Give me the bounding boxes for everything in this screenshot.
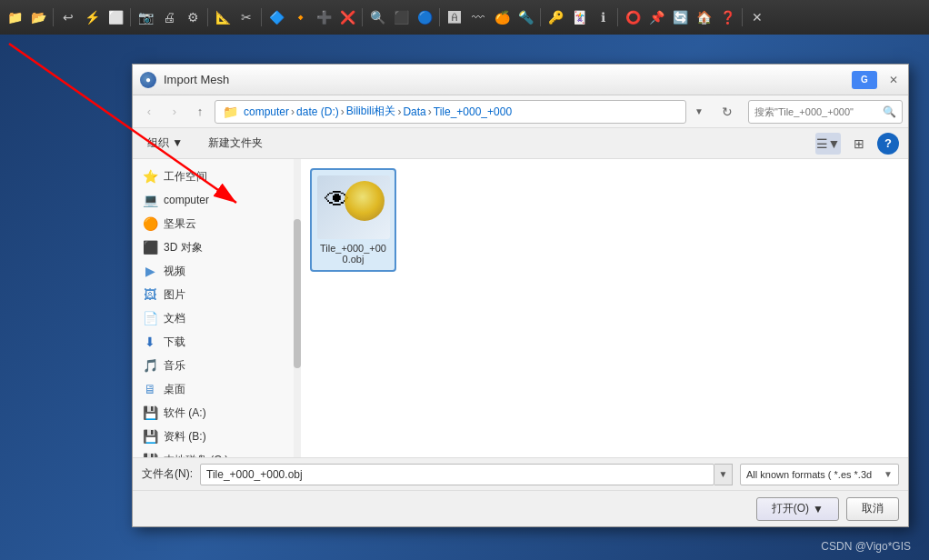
toolbar-icon-8[interactable]: ⚙ <box>182 6 204 28</box>
sidebar-item-document[interactable]: 📄 文档 <box>133 306 300 330</box>
sidebar-item-workspace[interactable]: ⭐ 工作空间 <box>133 165 300 188</box>
cancel-button[interactable]: 取消 <box>846 497 899 521</box>
search-input[interactable] <box>754 106 879 117</box>
view-grid-button[interactable]: ⊞ <box>846 133 872 155</box>
toolbar-icon-28[interactable]: 🏠 <box>693 6 714 28</box>
drive-b-icon: 💾 <box>142 428 158 445</box>
file-area[interactable]: 👁 Tile_+000_+000.obj <box>301 159 908 457</box>
sidebar-wrapper: ⭐ 工作空间 💻 computer 🟠 坚果云 ⬛ 3D 对象 ▶ <box>133 159 301 457</box>
toolbar-icon-10[interactable]: ✂ <box>235 6 257 28</box>
drive-c-label: 本地磁盘 (C:) <box>164 453 228 458</box>
filename-label: 文件名(N): <box>142 466 193 482</box>
path-segment-date[interactable]: date (D:) <box>296 105 339 118</box>
toolbar-icon-14[interactable]: ❌ <box>336 6 358 28</box>
toolbar-icon-6[interactable]: 📷 <box>135 6 156 28</box>
button-bar: 打开(O) ▼ 取消 <box>133 490 908 526</box>
toolbar-icon-5[interactable]: ⬜ <box>105 6 126 28</box>
sidebar-scrollbar-thumb[interactable] <box>294 219 301 368</box>
dialog-title-controls: G ✕ <box>852 71 901 89</box>
path-segment-computer[interactable]: computer <box>244 105 289 118</box>
toolbar-icon-23[interactable]: 🃏 <box>568 6 590 28</box>
view-list-button[interactable]: ☰▼ <box>815 133 841 155</box>
watermark-text: CSDN @Vigo*GIS <box>821 540 911 553</box>
download-label: 下载 <box>164 335 185 350</box>
toolbar-icon-2[interactable]: 📂 <box>27 6 49 28</box>
sidebar-scrollbar[interactable] <box>294 159 301 457</box>
cloud-icon: 🟠 <box>142 215 158 232</box>
search-box[interactable]: 🔍 <box>748 100 903 124</box>
toolbar-icon-7[interactable]: 🖨 <box>158 6 180 28</box>
sidebar-item-3d[interactable]: ⬛ 3D 对象 <box>133 235 300 259</box>
toolbar-icon-11[interactable]: 🔷 <box>265 6 287 28</box>
toolbar-separator-1 <box>53 8 54 26</box>
path-segment-tile[interactable]: Tile_+000_+000 <box>434 105 512 118</box>
dialog-title: Import Mesh <box>164 73 852 86</box>
toolbar-icon-27[interactable]: 🔄 <box>669 6 691 28</box>
sidebar-item-music[interactable]: 🎵 音乐 <box>133 354 300 377</box>
toolbar-icon-4[interactable]: ⚡ <box>81 6 103 28</box>
sidebar-item-desktop[interactable]: 🖥 桌面 <box>133 377 300 401</box>
nav-forward-button[interactable]: › <box>164 101 185 123</box>
toolbar-icon-30[interactable]: ✕ <box>746 6 768 28</box>
file-thumbnail: 👁 <box>317 175 390 239</box>
file-item-obj[interactable]: 👁 Tile_+000_+000.obj <box>310 168 396 272</box>
toolbar: 📁 📂 ↩ ⚡ ⬜ 📷 🖨 ⚙ 📐 ✂ 🔷 🔸 ➕ ❌ 🔍 ⬛ 🔵 🅰 〰 🍊 … <box>0 0 929 35</box>
sidebar-item-drive-c[interactable]: 💾 本地磁盘 (C:) <box>133 448 300 457</box>
nav-back-button[interactable]: ‹ <box>138 101 160 123</box>
image-icon: 🖼 <box>142 286 158 303</box>
toolbar-icon-26[interactable]: 📌 <box>645 6 667 28</box>
open-button[interactable]: 打开(O) ▼ <box>756 497 839 521</box>
toolbar-icon-17[interactable]: 🔵 <box>414 6 435 28</box>
sidebar-item-drive-a[interactable]: 💾 软件 (A:) <box>133 401 300 425</box>
toolbar-icon-18[interactable]: 🅰 <box>444 6 465 28</box>
toolbar-icon-21[interactable]: 🔦 <box>514 6 536 28</box>
path-bar[interactable]: 📁 computer › date (D:) › Bilibili相关 › Da… <box>215 100 686 124</box>
toolbar-icon-13[interactable]: ➕ <box>313 6 335 28</box>
toolbar-separator-3 <box>207 8 208 26</box>
new-folder-button[interactable]: 新建文件夹 <box>203 133 268 154</box>
sidebar-item-download[interactable]: ⬇ 下载 <box>133 330 300 354</box>
toolbar-icon-15[interactable]: 🔍 <box>366 6 388 28</box>
toolbar-icon-25[interactable]: ⭕ <box>622 6 644 28</box>
filename-dropdown[interactable]: ▼ <box>714 464 733 485</box>
computer-label: computer <box>164 194 209 206</box>
toolbar-icon-1[interactable]: 📁 <box>4 6 25 28</box>
toolbar-icon-19[interactable]: 〰 <box>467 6 489 28</box>
filename-input[interactable] <box>200 464 714 485</box>
gtranslate-icon[interactable]: G <box>852 71 877 89</box>
dialog-close-button[interactable]: ✕ <box>886 73 901 87</box>
toolbar-icon-3[interactable]: ↩ <box>57 6 79 28</box>
toolbar-icon-16[interactable]: ⬛ <box>390 6 412 28</box>
path-dropdown[interactable]: ▼ <box>690 100 708 124</box>
organize-button[interactable]: 组织 ▼ <box>142 133 188 154</box>
music-label: 音乐 <box>164 358 185 374</box>
sidebar-item-video[interactable]: ▶ 视频 <box>133 259 300 283</box>
desktop-label: 桌面 <box>164 382 185 397</box>
workspace-label: 工作空间 <box>164 169 207 185</box>
nav-up-button[interactable]: ↑ <box>189 101 211 123</box>
cancel-button-label: 取消 <box>862 501 884 516</box>
toolbar-separator-4 <box>261 8 262 26</box>
toolbar-icon-20[interactable]: 🍊 <box>491 6 513 28</box>
dialog-title-icon: ● <box>140 72 156 88</box>
sidebar-item-computer[interactable]: 💻 computer <box>133 188 300 212</box>
help-button[interactable]: ? <box>877 133 899 155</box>
toolbar-icon-29[interactable]: ❓ <box>716 6 738 28</box>
toolbar-icon-12[interactable]: 🔸 <box>289 6 311 28</box>
image-label: 图片 <box>164 287 185 303</box>
sidebar-item-cloud[interactable]: 🟠 坚果云 <box>133 212 300 235</box>
path-folder-icon: 📁 <box>223 105 238 119</box>
path-segment-bilibili[interactable]: Bilibili相关 <box>346 104 396 119</box>
path-arrow-4: › <box>428 105 432 118</box>
drive-a-icon: 💾 <box>142 405 158 421</box>
toolbar-icon-9[interactable]: 📐 <box>212 6 234 28</box>
video-icon: ▶ <box>142 263 158 279</box>
toolbar-icon-22[interactable]: 🔑 <box>544 6 566 28</box>
format-dropdown[interactable]: All known formats ( *.es *.3d ▼ <box>740 464 899 485</box>
sidebar-item-image[interactable]: 🖼 图片 <box>133 283 300 306</box>
path-segment-data[interactable]: Data <box>403 105 425 118</box>
3d-preview-circle <box>345 181 385 221</box>
refresh-button[interactable]: ↻ <box>715 100 739 124</box>
sidebar-item-drive-b[interactable]: 💾 资料 (B:) <box>133 425 300 448</box>
toolbar-icon-24[interactable]: ℹ <box>592 6 614 28</box>
